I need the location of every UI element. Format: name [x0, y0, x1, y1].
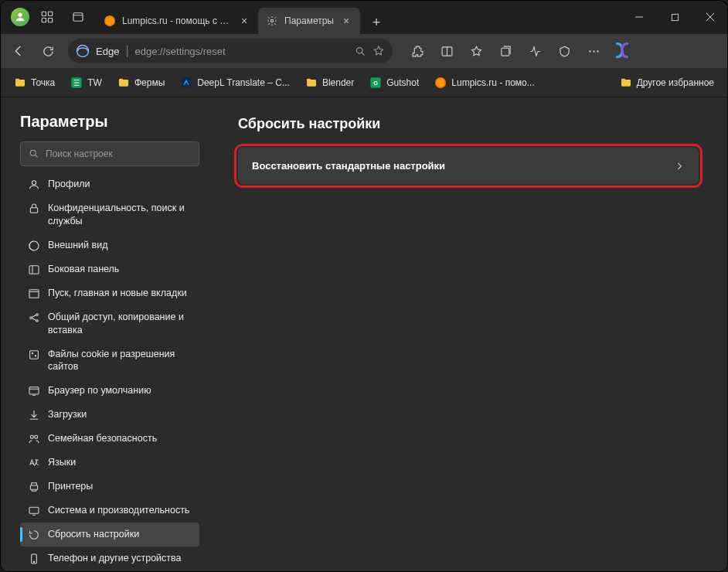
- nav-label: Пуск, главная и новые вкладки: [48, 287, 187, 300]
- bookmark-item[interactable]: Blender: [299, 73, 360, 92]
- tab-lumpics[interactable]: Lumpics.ru - помощь с компьюте ×: [96, 8, 258, 34]
- browser-essentials-icon[interactable]: [550, 37, 578, 65]
- nav-label: Принтеры: [48, 480, 93, 493]
- svg-rect-39: [29, 508, 39, 514]
- settings-main: Сбросить настройки Восстановить стандарт…: [209, 97, 728, 572]
- home-icon: [28, 288, 40, 300]
- svg-rect-38: [30, 485, 37, 489]
- nav-appearance[interactable]: Внешний вид: [20, 233, 199, 257]
- printer-icon: [28, 481, 40, 493]
- toolbar-actions: [403, 37, 634, 65]
- maximize-button[interactable]: [657, 4, 692, 30]
- bookmark-label: Gutshot: [386, 77, 419, 88]
- bookmark-item[interactable]: DeepL Translate – С...: [174, 73, 296, 92]
- copilot-icon[interactable]: [612, 40, 634, 62]
- bookmark-label: Фермы: [134, 77, 165, 88]
- nav-share[interactable]: Общий доступ, копирование и вставка: [20, 305, 199, 342]
- settings-nav: Профили Конфиденциальность, поиск и служ…: [20, 172, 199, 572]
- search-in-page-icon[interactable]: [355, 46, 366, 57]
- tab-actions-icon[interactable]: [65, 4, 91, 30]
- nav-default-browser[interactable]: Браузер по умолчанию: [20, 379, 199, 403]
- svg-point-29: [30, 316, 32, 318]
- sidebar-icon: [28, 264, 40, 276]
- svg-point-23: [30, 150, 36, 155]
- svg-point-15: [593, 50, 594, 52]
- svg-point-10: [77, 46, 89, 57]
- collections-icon[interactable]: [492, 37, 519, 65]
- tab-title: Lumpics.ru - помощь с компьюте: [122, 15, 232, 26]
- share-icon: [28, 312, 40, 324]
- nav-profiles[interactable]: Профили: [20, 172, 199, 196]
- close-icon[interactable]: ×: [340, 15, 352, 27]
- bookmark-item[interactable]: Lumpics.ru - помо...: [428, 73, 540, 92]
- workspaces-icon[interactable]: [34, 4, 60, 30]
- minimize-button[interactable]: [621, 4, 657, 30]
- performance-icon[interactable]: [521, 37, 549, 65]
- new-tab-button[interactable]: +: [365, 11, 388, 34]
- favorite-star-icon[interactable]: [373, 45, 385, 57]
- svg-rect-28: [29, 289, 39, 298]
- svg-rect-32: [30, 350, 39, 359]
- svg-point-11: [357, 47, 363, 53]
- nav-privacy[interactable]: Конфиденциальность, поиск и службы: [20, 196, 199, 233]
- address-bar[interactable]: Edge | edge://settings/reset: [68, 39, 393, 63]
- bookmark-item[interactable]: Фермы: [111, 73, 171, 92]
- bookmark-label: Другое избранное: [637, 77, 714, 88]
- nav-label: Боковая панель: [48, 263, 119, 276]
- nav-label: Загрузки: [48, 408, 87, 421]
- nav-label: Телефон и другие устройства: [48, 552, 182, 565]
- more-menu-icon[interactable]: [580, 37, 607, 65]
- close-window-button[interactable]: [692, 4, 728, 30]
- extensions-icon[interactable]: [403, 37, 431, 65]
- nav-system[interactable]: Система и производительность: [20, 499, 199, 523]
- profile-icon: [28, 179, 40, 191]
- profile-avatar[interactable]: [11, 8, 29, 26]
- svg-point-36: [30, 436, 33, 439]
- close-icon[interactable]: ×: [238, 15, 250, 27]
- refresh-button[interactable]: [34, 37, 62, 65]
- nav-sidebar[interactable]: Боковая панель: [20, 257, 199, 281]
- browser-window: Lumpics.ru - помощь с компьюте × Парамет…: [0, 0, 728, 572]
- window-controls: [621, 4, 728, 30]
- nav-cookies[interactable]: Файлы cookie и разрешения сайтов: [20, 342, 199, 380]
- bookmark-label: Blender: [322, 77, 354, 88]
- settings-search-input[interactable]: [46, 148, 191, 159]
- nav-reset[interactable]: Сбросить настройки: [20, 523, 199, 546]
- svg-rect-1: [42, 12, 46, 15]
- language-icon: [28, 457, 40, 469]
- nav-phone[interactable]: Телефон и другие устройства: [20, 546, 199, 570]
- nav-printers[interactable]: Принтеры: [20, 475, 199, 499]
- nav-label: Общий доступ, копирование и вставка: [48, 311, 192, 337]
- family-icon: [28, 433, 40, 445]
- reset-icon: [28, 529, 40, 541]
- svg-point-22: [437, 79, 444, 87]
- svg-point-0: [18, 13, 22, 17]
- bookmark-item[interactable]: GGutshot: [363, 73, 425, 92]
- bookmark-label: Точка: [31, 77, 55, 88]
- bookmark-item[interactable]: Точка: [8, 73, 61, 92]
- split-screen-icon[interactable]: [433, 37, 461, 65]
- other-bookmarks[interactable]: Другое избранное: [614, 73, 720, 92]
- site-favicon-icon: [104, 15, 116, 27]
- appearance-icon: [28, 240, 40, 252]
- settings-sidebar: Параметры Профили Конфиденциальность, по…: [0, 97, 209, 572]
- favorites-icon[interactable]: [462, 37, 490, 65]
- svg-rect-5: [73, 13, 83, 22]
- restore-defaults-button[interactable]: Восстановить стандартные настройки: [238, 148, 699, 184]
- gear-icon: [266, 15, 278, 27]
- nav-label: Конфиденциальность, поиск и службы: [48, 202, 192, 228]
- settings-search[interactable]: [20, 141, 199, 166]
- nav-languages[interactable]: Языки: [20, 451, 199, 475]
- back-button[interactable]: [5, 37, 32, 65]
- nav-family[interactable]: Семейная безопасность: [20, 427, 199, 451]
- system-icon: [28, 505, 40, 517]
- address-url: edge://settings/reset: [135, 46, 349, 57]
- tab-settings[interactable]: Параметры ×: [258, 8, 360, 34]
- nav-start[interactable]: Пуск, главная и новые вкладки: [20, 281, 199, 305]
- svg-rect-18: [182, 77, 192, 87]
- bookmark-item[interactable]: TW: [64, 73, 108, 92]
- nav-label: Языки: [48, 456, 76, 469]
- nav-label: Сбросить настройки: [48, 528, 139, 541]
- nav-downloads[interactable]: Загрузки: [20, 403, 199, 427]
- svg-point-7: [106, 17, 114, 25]
